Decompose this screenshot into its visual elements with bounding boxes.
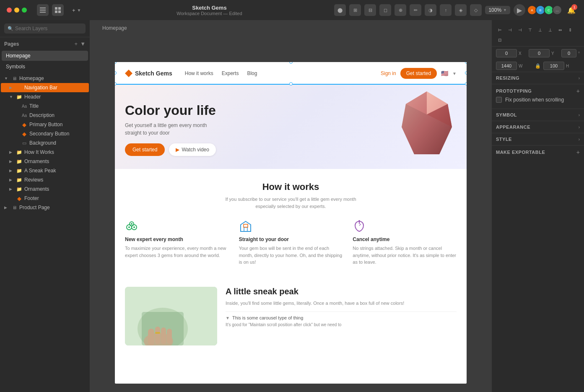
fix-position-checkbox[interactable] xyxy=(496,97,502,103)
close-button[interactable] xyxy=(7,8,12,13)
handle-top[interactable] xyxy=(289,62,293,64)
align-center-v-icon[interactable]: ⊥ xyxy=(535,25,545,34)
svg-rect-0 xyxy=(40,8,46,8)
prototyping-title: PROTOTYPING xyxy=(496,88,532,93)
export-tool-icon[interactable]: ↑ xyxy=(440,4,452,16)
exportable-add-icon[interactable]: + xyxy=(576,149,580,156)
layer-sneak-peak[interactable]: ▶ 📁 A Sneak Peak xyxy=(1,166,89,175)
play-icon: ▶ xyxy=(176,147,179,153)
hero-section: Color your life Get yourself a little ge… xyxy=(115,85,467,169)
symbol-icon: ◆ xyxy=(16,195,23,202)
hero-watchvideo-button[interactable]: ▶ Watch video xyxy=(169,143,216,156)
layer-reviews[interactable]: ▶ 📁 Reviews xyxy=(1,175,89,184)
align-bottom-icon[interactable]: ⊥ xyxy=(545,25,555,34)
appearance-arrow-icon: › xyxy=(579,125,580,130)
folder-icon: 📁 xyxy=(16,186,23,192)
preview-button[interactable]: ▶ xyxy=(514,4,525,16)
style-section: STYLE › xyxy=(492,133,584,145)
exportable-header[interactable]: MAKE EXPORTABLE + xyxy=(496,149,580,156)
boolean-tool-icon[interactable]: ⊕ xyxy=(395,4,406,16)
layer-product-page[interactable]: ▶ 🖥 Product Page xyxy=(1,203,89,212)
svg-rect-27 xyxy=(148,329,154,345)
handle-right[interactable] xyxy=(465,71,467,75)
distribute-h-icon[interactable]: ⇔ xyxy=(555,25,565,34)
layer-homepage[interactable]: ▼ 🖥 Homepage xyxy=(1,74,89,83)
distribute-tool-icon[interactable]: ⊟ xyxy=(364,4,376,16)
handle-tr[interactable] xyxy=(465,62,467,64)
transform-tool-icon[interactable]: ◻ xyxy=(379,4,391,16)
feature-2-desc: Your gem box will be sent in the end of … xyxy=(239,245,343,266)
grid-toggle-icon[interactable] xyxy=(52,4,64,16)
layer-navigation-bar[interactable]: ▶ ◆ Navigation Bar xyxy=(1,83,89,92)
page-item-homepage[interactable]: Homepage xyxy=(2,51,88,61)
notification-button[interactable]: 🔔 1 xyxy=(566,4,577,16)
layer-ornaments-1[interactable]: ▶ 📁 Ornaments xyxy=(1,157,89,166)
pages-label: Pages xyxy=(4,41,19,47)
align-canvas-icon[interactable]: ⊡ xyxy=(495,35,504,44)
rotation-input[interactable] xyxy=(561,49,576,57)
distribute-v-icon[interactable]: ⇕ xyxy=(566,25,575,34)
align-right-icon[interactable]: ⊣ xyxy=(515,25,524,34)
layer-description[interactable]: Aa Description xyxy=(1,111,89,120)
chevron-right-icon: ▶ xyxy=(9,159,14,164)
y-input[interactable]: 0 xyxy=(529,49,550,57)
chevron-down-icon: ▼ xyxy=(9,95,14,99)
size-row: 1440 W 🔒 100 H xyxy=(492,60,584,72)
height-input[interactable]: 100 xyxy=(543,62,564,70)
align-left-icon[interactable]: ⊢ xyxy=(495,25,504,34)
canvas-area[interactable]: Homepage xyxy=(90,20,492,392)
symbol-header[interactable]: SYMBOL › xyxy=(496,112,580,117)
sidebar-toggle-icon[interactable] xyxy=(37,4,49,16)
how-works-title: How it works xyxy=(125,182,457,192)
sneak-title: A little sneak peak xyxy=(226,287,457,296)
svg-rect-29 xyxy=(161,327,166,344)
minimize-button[interactable] xyxy=(14,8,19,13)
layer-footer[interactable]: ◆ Footer xyxy=(1,194,89,203)
x-input[interactable]: 0 xyxy=(496,49,517,57)
prototyping-add-icon[interactable]: + xyxy=(576,88,580,94)
align-top-icon[interactable]: ⊤ xyxy=(525,25,535,34)
zoom-control[interactable]: 100% ▼ xyxy=(485,6,510,14)
folder-icon: 📁 xyxy=(16,167,23,174)
chevron-down-icon: ▼ xyxy=(4,76,9,80)
layer-ornaments-2[interactable]: ▶ 📁 Ornaments xyxy=(1,184,89,194)
add-layer-button[interactable]: + ▼ xyxy=(69,6,85,15)
add-page-button[interactable]: + xyxy=(75,41,78,47)
svg-rect-31 xyxy=(155,332,160,334)
fullscreen-button[interactable] xyxy=(22,8,27,13)
width-input[interactable]: 1440 xyxy=(496,62,517,70)
resizing-header[interactable]: RESIZING › xyxy=(496,75,580,80)
search-input[interactable] xyxy=(4,23,86,34)
feature-3-icon xyxy=(353,220,366,233)
symbols-icon[interactable]: ◇ xyxy=(470,4,482,16)
layer-header[interactable]: ▼ 📁 Header xyxy=(1,92,89,101)
layer-primary-button[interactable]: ◆ Primary Button xyxy=(1,120,89,129)
handle-left[interactable] xyxy=(115,71,117,75)
page-item-symbols[interactable]: Symbols xyxy=(2,62,88,72)
carousel-header: ▼ This is some carousel type of thing xyxy=(226,315,457,320)
svg-line-22 xyxy=(359,224,361,226)
lock-proportions-icon[interactable]: 🔒 xyxy=(535,63,541,69)
appearance-header[interactable]: APPEARANCE › xyxy=(496,125,580,130)
layer-title[interactable]: Aa Title xyxy=(1,101,89,111)
components-icon[interactable]: ◈ xyxy=(455,4,467,16)
layer-secondary-button[interactable]: ◆ Secondary Button xyxy=(1,129,89,138)
insert-tool-icon[interactable]: ⬤ xyxy=(334,4,346,16)
align-center-h-icon[interactable]: ⊣ xyxy=(505,25,514,34)
style-header[interactable]: STYLE › xyxy=(496,137,580,142)
align-tool-icon[interactable]: ⊞ xyxy=(349,4,361,16)
vector-tool-icon[interactable]: ✏ xyxy=(410,4,421,16)
handle-tl[interactable] xyxy=(115,62,117,64)
chevron-right-icon: ▶ xyxy=(9,150,14,154)
pages-menu-button[interactable]: ▼ xyxy=(80,41,86,47)
mask-tool-icon[interactable]: ◑ xyxy=(425,4,436,16)
chevron-right-icon: ▶ xyxy=(9,187,14,191)
hero-getstarted-button[interactable]: Get started xyxy=(125,143,165,156)
layer-how-it-works[interactable]: ▶ 📁 How It Works xyxy=(1,148,89,157)
layer-background[interactable]: ▭ Background xyxy=(1,138,89,148)
chevron-down-icon: ▼ xyxy=(226,316,230,320)
svg-rect-30 xyxy=(167,329,172,344)
left-panel: 🔍 Pages + ▼ Homepage Symbols ▼ 🖥 Homepag… xyxy=(0,20,90,392)
svg-rect-5 xyxy=(55,10,57,13)
prototyping-header[interactable]: PROTOTYPING + xyxy=(496,88,580,94)
